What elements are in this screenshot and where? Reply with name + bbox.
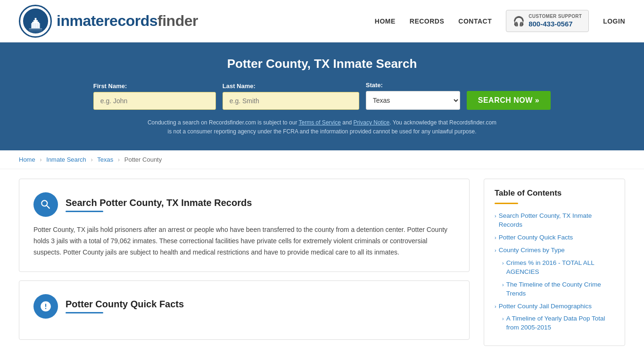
last-name-group: Last Name:: [223, 82, 359, 110]
support-text: CUSTOMER SUPPORT 800-433-0567: [528, 13, 582, 29]
nav-contact[interactable]: CONTACT: [458, 17, 492, 25]
toc-link-5[interactable]: › The Timeline of the County Crime Trend…: [502, 280, 614, 298]
state-select[interactable]: Texas Alabama Alaska Arizona Arkansas Ca…: [366, 91, 460, 110]
privacy-link[interactable]: Privacy Notice: [354, 119, 390, 126]
toc-box: Table of Contents › Search Potter County…: [484, 179, 625, 346]
toc-label-5: The Timeline of the County Crime Trends: [506, 280, 614, 298]
last-name-input[interactable]: [223, 92, 359, 110]
toc-title: Table of Contents: [495, 189, 614, 198]
nav-records[interactable]: RECORDS: [410, 17, 445, 25]
toc-label-2: Potter County Quick Facts: [499, 233, 573, 242]
site-header: inmaterecordsfinder HOME RECORDS CONTACT…: [0, 0, 644, 42]
toc-label-6: Potter County Jail Demographics: [499, 302, 592, 311]
state-label: State:: [366, 82, 383, 89]
toc-label-7: A Timeline of Yearly Data Pop Total from…: [506, 314, 614, 332]
main-content: Search Potter County, TX Inmate Records …: [0, 169, 644, 357]
svg-rect-5: [32, 23, 33, 28]
customer-support-box[interactable]: 🎧 CUSTOMER SUPPORT 800-433-0567: [506, 10, 589, 32]
inmate-records-underline: [66, 211, 103, 212]
first-name-label: First Name:: [93, 82, 127, 90]
inmate-records-title-block: Search Potter County, TX Inmate Records: [66, 197, 252, 212]
content-left: Search Potter County, TX Inmate Records …: [19, 179, 484, 348]
search-section-icon: [33, 192, 58, 217]
chevron-icon-1: ›: [495, 213, 496, 220]
chevron-icon-6: ›: [495, 303, 496, 310]
svg-rect-7: [35, 23, 36, 28]
support-number: 800-433-0567: [528, 19, 582, 29]
toc-link-3[interactable]: › County Crimes by Type: [495, 246, 614, 255]
toc-link-1[interactable]: › Search Potter County, TX Inmate Record…: [495, 212, 614, 230]
svg-rect-10: [29, 28, 42, 29]
toc-list: › Search Potter County, TX Inmate Record…: [495, 212, 614, 332]
toc-link-4[interactable]: › Crimes % in 2016 - TOTAL ALL AGENCIES: [502, 259, 614, 277]
hero-section: Potter County, TX Inmate Search First Na…: [0, 42, 644, 150]
svg-rect-13: [29, 32, 42, 32]
search-button[interactable]: SEARCH NOW »: [467, 91, 551, 110]
toc-item-3: › County Crimes by Type: [495, 246, 614, 255]
logo-text: inmaterecordsfinder: [57, 12, 198, 30]
toc-underline: [495, 203, 518, 204]
breadcrumb-sep-1: ›: [40, 156, 41, 163]
chevron-icon-2: ›: [495, 234, 496, 241]
state-group: State: Texas Alabama Alaska Arizona Arka…: [366, 82, 460, 110]
toc-item-1: › Search Potter County, TX Inmate Record…: [495, 212, 614, 230]
svg-rect-4: [34, 18, 36, 21]
toc-label-4: Crimes % in 2016 - TOTAL ALL AGENCIES: [506, 259, 614, 277]
svg-rect-6: [33, 23, 34, 28]
svg-rect-11: [29, 30, 42, 30]
quick-facts-title: Potter County Quick Facts: [66, 299, 184, 310]
first-name-input[interactable]: [93, 92, 216, 110]
breadcrumb-texas[interactable]: Texas: [97, 156, 113, 163]
breadcrumb-sep-2: ›: [91, 156, 92, 163]
tos-link[interactable]: Terms of Service: [299, 119, 341, 126]
login-button[interactable]: LOGIN: [603, 17, 625, 25]
toc-item-2: › Potter County Quick Facts: [495, 233, 614, 242]
inmate-records-section: Search Potter County, TX Inmate Records …: [19, 179, 470, 272]
quick-facts-section: Potter County Quick Facts: [19, 280, 470, 340]
svg-rect-9: [38, 23, 39, 28]
search-form: First Name: Last Name: State: Texas Alab…: [19, 82, 625, 110]
quick-facts-icon: [33, 294, 58, 319]
inmate-records-header: Search Potter County, TX Inmate Records: [33, 192, 455, 217]
hero-title: Potter County, TX Inmate Search: [19, 57, 625, 71]
chevron-icon-4: ›: [502, 260, 504, 267]
toc-link-2[interactable]: › Potter County Quick Facts: [495, 233, 614, 242]
first-name-group: First Name:: [93, 82, 216, 110]
toc-link-6[interactable]: › Potter County Jail Demographics: [495, 302, 614, 311]
quick-facts-underline: [66, 312, 103, 313]
breadcrumb-inmate-search[interactable]: Inmate Search: [46, 156, 86, 163]
main-nav: HOME RECORDS CONTACT 🎧 CUSTOMER SUPPORT …: [375, 10, 625, 32]
inmate-records-body: Potter County, TX jails hold prisoners a…: [33, 224, 455, 258]
chevron-icon-7: ›: [502, 315, 504, 322]
quick-facts-title-block: Potter County Quick Facts: [66, 299, 184, 313]
toc-item-6: › Potter County Jail Demographics: [495, 302, 614, 311]
breadcrumb-sep-3: ›: [118, 156, 120, 163]
headset-icon: 🎧: [513, 16, 525, 27]
svg-rect-8: [37, 23, 38, 28]
svg-rect-14: [29, 32, 42, 33]
toc-item-5: › The Timeline of the County Crime Trend…: [495, 280, 614, 298]
logo-area: inmaterecordsfinder: [19, 5, 198, 38]
last-name-label: Last Name:: [223, 82, 256, 90]
toc-link-7[interactable]: › A Timeline of Yearly Data Pop Total fr…: [502, 314, 614, 332]
nav-home[interactable]: HOME: [375, 17, 396, 25]
hero-disclaimer: Conducting a search on Recordsfinder.com…: [145, 118, 499, 136]
toc-item-4: › Crimes % in 2016 - TOTAL ALL AGENCIES: [495, 259, 614, 277]
support-label: CUSTOMER SUPPORT: [528, 13, 582, 19]
chevron-icon-5: ›: [502, 281, 504, 288]
breadcrumb: Home › Inmate Search › Texas › Potter Co…: [0, 150, 644, 169]
breadcrumb-home[interactable]: Home: [19, 156, 35, 163]
logo-inmate-text: inmaterecords: [57, 12, 157, 29]
logo-icon: [19, 5, 52, 38]
inmate-records-title: Search Potter County, TX Inmate Records: [66, 197, 252, 208]
sidebar: Table of Contents › Search Potter County…: [484, 179, 625, 348]
logo-finder-text: finder: [157, 12, 198, 29]
svg-rect-12: [29, 31, 42, 31]
toc-label-3: County Crimes by Type: [499, 246, 565, 255]
breadcrumb-current: Potter County: [124, 156, 162, 163]
chevron-icon-3: ›: [495, 247, 496, 254]
toc-item-7: › A Timeline of Yearly Data Pop Total fr…: [495, 314, 614, 332]
toc-label-1: Search Potter County, TX Inmate Records: [499, 212, 614, 230]
quick-facts-header: Potter County Quick Facts: [33, 294, 455, 319]
